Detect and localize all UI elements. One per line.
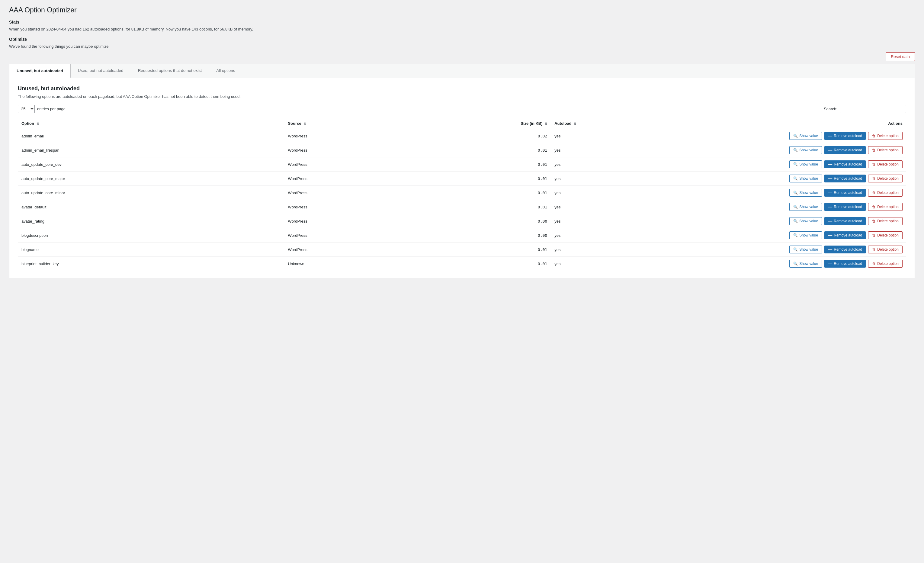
reset-data-button[interactable]: Reset data xyxy=(886,52,915,61)
panel-description: The following options are autoloaded on … xyxy=(18,94,906,99)
minus-icon: — xyxy=(828,233,832,238)
remove-autoload-button[interactable]: — Remove autoload xyxy=(824,203,866,211)
tab-requested-not-exist[interactable]: Requested options that do not exist xyxy=(131,64,209,78)
table-row: avatar_rating WordPress 0.00 yes 🔍 Show … xyxy=(18,214,906,228)
remove-autoload-label: Remove autoload xyxy=(834,191,862,195)
remove-autoload-button[interactable]: — Remove autoload xyxy=(824,189,866,197)
trash-icon: 🗑 xyxy=(872,134,876,138)
col-source-label: Source xyxy=(288,121,302,126)
search-icon: 🔍 xyxy=(793,248,798,252)
cell-size: 0.02 xyxy=(444,129,551,143)
delete-option-button[interactable]: 🗑 Delete option xyxy=(868,161,903,168)
cell-autoload: yes xyxy=(551,228,639,243)
cell-source: WordPress xyxy=(285,243,444,257)
tab-all-options[interactable]: All options xyxy=(209,64,242,78)
delete-option-button[interactable]: 🗑 Delete option xyxy=(868,246,903,254)
tab-unused-autoloaded[interactable]: Unused, but autoloaded xyxy=(9,64,70,78)
remove-autoload-button[interactable]: — Remove autoload xyxy=(824,132,866,140)
show-value-button[interactable]: 🔍 Show value xyxy=(789,217,822,225)
delete-option-label: Delete option xyxy=(877,233,898,237)
cell-source: WordPress xyxy=(285,228,444,243)
cell-actions: 🔍 Show value — Remove autoload 🗑 Delete … xyxy=(639,214,906,228)
cell-option: admin_email xyxy=(18,129,285,143)
search-icon: 🔍 xyxy=(793,233,798,237)
search-label: Search: xyxy=(824,107,837,111)
delete-option-button[interactable]: 🗑 Delete option xyxy=(868,217,903,225)
search-icon: 🔍 xyxy=(793,176,798,181)
delete-option-button[interactable]: 🗑 Delete option xyxy=(868,260,903,267)
col-option-label: Option xyxy=(21,121,34,126)
cell-source: WordPress xyxy=(285,158,444,171)
cell-size: 0.01 xyxy=(444,143,551,158)
tab-used-not-autoloaded[interactable]: Used, but not autoloaded xyxy=(70,64,131,78)
cell-source: WordPress xyxy=(285,214,444,228)
minus-icon: — xyxy=(828,261,832,266)
cell-size: 0.00 xyxy=(444,228,551,243)
remove-autoload-button[interactable]: — Remove autoload xyxy=(824,174,866,182)
delete-option-label: Delete option xyxy=(877,148,898,152)
minus-icon: — xyxy=(828,204,832,209)
minus-icon: — xyxy=(828,247,832,252)
search-input[interactable] xyxy=(840,105,906,113)
remove-autoload-button[interactable]: — Remove autoload xyxy=(824,146,866,154)
cell-source: Unknown xyxy=(285,257,444,271)
cell-autoload: yes xyxy=(551,243,639,257)
show-value-button[interactable]: 🔍 Show value xyxy=(789,146,822,154)
show-value-label: Show value xyxy=(799,176,818,181)
delete-option-label: Delete option xyxy=(877,219,898,223)
show-value-button[interactable]: 🔍 Show value xyxy=(789,260,822,267)
remove-autoload-button[interactable]: — Remove autoload xyxy=(824,260,866,267)
search-icon: 🔍 xyxy=(793,162,798,167)
delete-option-label: Delete option xyxy=(877,261,898,266)
show-value-button[interactable]: 🔍 Show value xyxy=(789,161,822,168)
cell-source: WordPress xyxy=(285,171,444,186)
show-value-button[interactable]: 🔍 Show value xyxy=(789,231,822,239)
show-value-button[interactable]: 🔍 Show value xyxy=(789,174,822,182)
show-value-button[interactable]: 🔍 Show value xyxy=(789,246,822,254)
entries-per-page-select[interactable]: 10 25 50 100 xyxy=(18,105,35,113)
cell-autoload: yes xyxy=(551,214,639,228)
trash-icon: 🗑 xyxy=(872,248,876,252)
delete-option-button[interactable]: 🗑 Delete option xyxy=(868,146,903,154)
delete-option-label: Delete option xyxy=(877,191,898,195)
cell-source: WordPress xyxy=(285,186,444,200)
delete-option-button[interactable]: 🗑 Delete option xyxy=(868,174,903,182)
cell-actions: 🔍 Show value — Remove autoload 🗑 Delete … xyxy=(639,143,906,158)
trash-icon: 🗑 xyxy=(872,261,876,266)
optimize-description: We've found the following things you can… xyxy=(9,44,915,49)
cell-size: 0.01 xyxy=(444,200,551,214)
trash-icon: 🗑 xyxy=(872,205,876,209)
show-value-button[interactable]: 🔍 Show value xyxy=(789,203,822,211)
remove-autoload-button[interactable]: — Remove autoload xyxy=(824,231,866,239)
remove-autoload-button[interactable]: — Remove autoload xyxy=(824,217,866,225)
cell-autoload: yes xyxy=(551,171,639,186)
col-header-option[interactable]: Option ⇅ xyxy=(18,118,285,129)
cell-option: avatar_default xyxy=(18,200,285,214)
col-header-source[interactable]: Source ⇅ xyxy=(285,118,444,129)
minus-icon: — xyxy=(828,162,832,167)
panel-title: Unused, but autoloaded xyxy=(18,86,906,92)
show-value-button[interactable]: 🔍 Show value xyxy=(789,189,822,197)
delete-option-button[interactable]: 🗑 Delete option xyxy=(868,231,903,239)
delete-option-button[interactable]: 🗑 Delete option xyxy=(868,203,903,211)
remove-autoload-button[interactable]: — Remove autoload xyxy=(824,161,866,168)
col-header-autoload[interactable]: Autoload ⇅ xyxy=(551,118,639,129)
cell-autoload: yes xyxy=(551,158,639,171)
show-value-label: Show value xyxy=(799,261,818,266)
minus-icon: — xyxy=(828,190,832,195)
cell-actions: 🔍 Show value — Remove autoload 🗑 Delete … xyxy=(639,243,906,257)
cell-actions: 🔍 Show value — Remove autoload 🗑 Delete … xyxy=(639,186,906,200)
delete-option-button[interactable]: 🗑 Delete option xyxy=(868,189,903,197)
search-icon: 🔍 xyxy=(793,261,798,266)
remove-autoload-button[interactable]: — Remove autoload xyxy=(824,246,866,254)
page-title: AAA Option Optimizer xyxy=(9,6,915,14)
table-controls: 10 25 50 100 entries per page Search: xyxy=(18,105,906,113)
col-autoload-label: Autoload xyxy=(554,121,571,126)
search-icon: 🔍 xyxy=(793,148,798,152)
show-value-label: Show value xyxy=(799,205,818,209)
col-header-size[interactable]: Size (in KB) ⇅ xyxy=(444,118,551,129)
delete-option-button[interactable]: 🗑 Delete option xyxy=(868,132,903,140)
show-value-button[interactable]: 🔍 Show value xyxy=(789,132,822,140)
cell-source: WordPress xyxy=(285,143,444,158)
remove-autoload-label: Remove autoload xyxy=(834,233,862,237)
